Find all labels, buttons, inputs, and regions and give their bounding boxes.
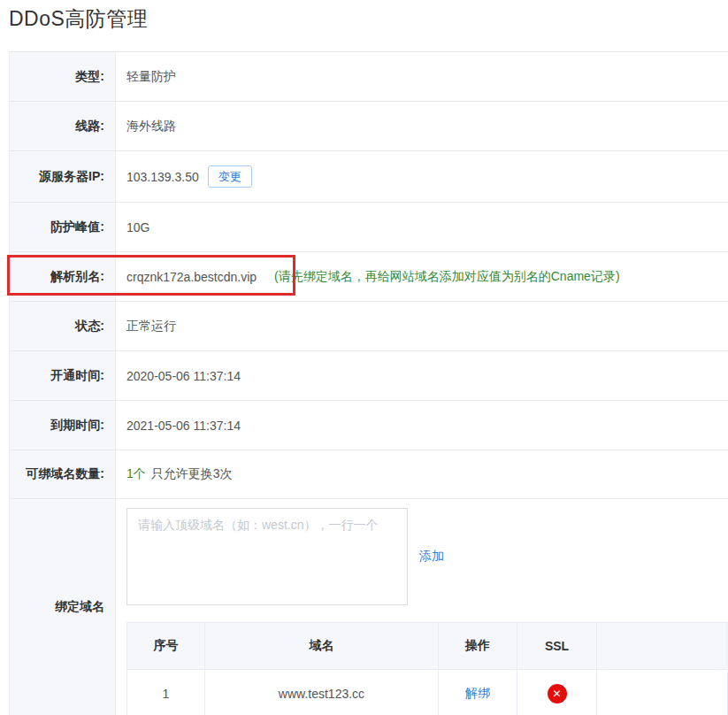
row-bind-domain: 绑定域名 添加 序号 域名 操作 SSL	[10, 499, 728, 715]
col-header-empty	[597, 623, 728, 670]
domain-row-name: www.test123.cc	[205, 670, 439, 715]
row-cname-alias: 解析别名: crqznk172a.bestcdn.vip (请先绑定域名，再给网…	[10, 252, 728, 302]
row-status: 状态: 正常运行	[10, 302, 728, 351]
row-cname-alias-value: crqznk172a.bestcdn.vip (请先绑定域名，再给网站域名添加对…	[116, 252, 728, 301]
ssl-disabled-icon[interactable]: ✕	[548, 684, 567, 703]
cname-alias-text: crqznk172a.bestcdn.vip	[126, 270, 257, 284]
row-origin-ip-value: 103.139.3.50 变更	[116, 151, 728, 202]
row-open-time-value: 2020-05-06 11:37:14	[116, 351, 728, 400]
row-line-label: 线路:	[10, 102, 116, 150]
row-expire-time-label: 到期时间:	[10, 401, 116, 450]
row-open-time: 开通时间: 2020-05-06 11:37:14	[10, 351, 728, 401]
row-expire-time: 到期时间: 2021-05-06 11:37:14	[10, 401, 728, 450]
row-peak-label: 防护峰值:	[10, 203, 116, 251]
row-origin-ip-label: 源服务器IP:	[10, 151, 116, 202]
col-header-ssl: SSL	[517, 623, 597, 670]
change-ip-button[interactable]: 变更	[208, 165, 252, 188]
row-type-value: 轻量防护	[116, 52, 728, 101]
row-domain-quota: 可绑域名数量: 1个 只允许更换3次	[10, 450, 728, 499]
row-peak-value: 10G	[116, 203, 728, 251]
row-expire-time-value: 2021-05-06 11:37:14	[116, 401, 728, 450]
domain-input-textarea[interactable]	[126, 508, 408, 605]
domain-table-row: 1 www.test123.cc 解绑 ✕	[127, 670, 728, 715]
quota-count: 1个	[126, 466, 146, 482]
row-domain-quota-label: 可绑域名数量:	[10, 450, 116, 498]
col-header-domain: 域名	[205, 623, 439, 670]
row-type-label: 类型:	[10, 52, 116, 101]
col-header-index: 序号	[127, 623, 205, 670]
col-header-action: 操作	[439, 623, 517, 670]
row-cname-alias-label: 解析别名:	[10, 252, 116, 301]
row-line-value: 海外线路	[116, 102, 728, 150]
row-domain-quota-value: 1个 只允许更换3次	[116, 450, 728, 498]
quota-limit-text: 只允许更换3次	[151, 466, 233, 482]
row-type: 类型: 轻量防护	[10, 52, 728, 102]
add-domain-row: 添加	[126, 508, 728, 605]
add-domain-link[interactable]: 添加	[419, 549, 444, 565]
row-status-value: 正常运行	[116, 302, 728, 350]
row-line: 线路: 海外线路	[10, 102, 728, 151]
row-peak: 防护峰值: 10G	[10, 203, 728, 252]
row-status-label: 状态:	[10, 302, 116, 350]
row-bind-domain-label: 绑定域名	[10, 499, 116, 715]
domain-table-header-row: 序号 域名 操作 SSL	[127, 623, 728, 670]
row-open-time-label: 开通时间:	[10, 351, 116, 400]
detail-table: 类型: 轻量防护 线路: 海外线路 源服务器IP: 103.139.3.50 变…	[9, 51, 728, 715]
row-origin-ip: 源服务器IP: 103.139.3.50 变更	[10, 151, 728, 203]
origin-ip-text: 103.139.3.50	[126, 170, 199, 184]
page-title: DDoS高防管理	[9, 5, 148, 33]
domain-row-index: 1	[127, 670, 205, 715]
bound-domain-table: 序号 域名 操作 SSL 1 www.test123.cc 解绑 ✕	[126, 622, 728, 715]
cname-hint-text: (请先绑定域名，再给网站域名添加对应值为别名的Cname记录)	[274, 269, 619, 285]
domain-row-empty-cell	[597, 670, 728, 715]
unbind-link[interactable]: 解绑	[465, 686, 490, 700]
bind-domain-area: 添加 序号 域名 操作 SSL 1	[116, 499, 728, 715]
